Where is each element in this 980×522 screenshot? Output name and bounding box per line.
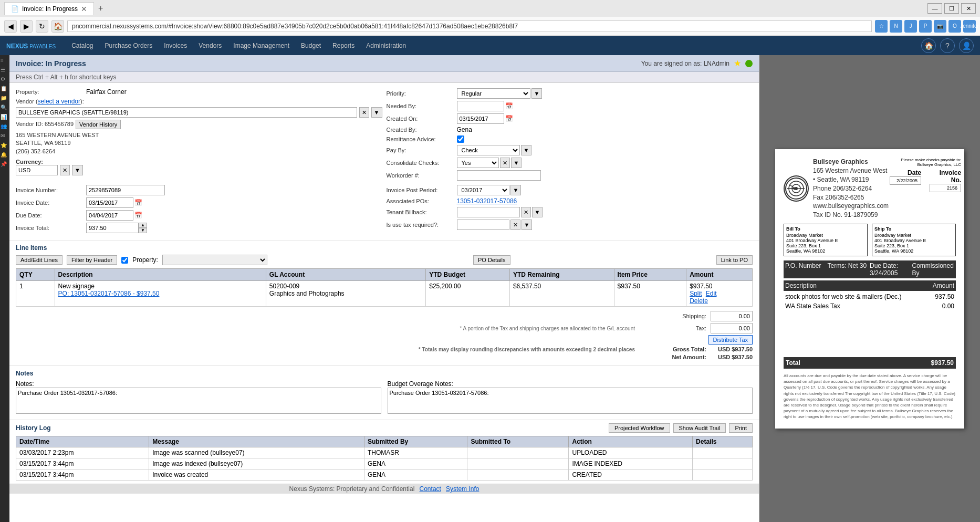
- link-to-po-button[interactable]: Link to PO: [716, 255, 753, 265]
- filter-property-select[interactable]: [162, 255, 267, 265]
- vendor-input[interactable]: [16, 107, 357, 118]
- extension-icon3[interactable]: P: [919, 20, 932, 33]
- vendor-clear-button[interactable]: ✕: [359, 107, 369, 118]
- user-icon[interactable]: 👤: [959, 38, 974, 53]
- post-period-dropdown-btn[interactable]: ▼: [510, 185, 522, 195]
- invoice-date-calendar-icon[interactable]: 📅: [134, 199, 142, 206]
- invoice-date-input[interactable]: [86, 197, 133, 208]
- tenant-billback-clear[interactable]: ✕: [521, 207, 531, 217]
- back-button[interactable]: ◀: [4, 20, 17, 33]
- associated-po-link[interactable]: 13051-032017-57086: [457, 197, 517, 205]
- add-edit-lines-button[interactable]: Add/Edit Lines: [16, 255, 62, 265]
- sidebar-icon-10[interactable]: ⭐: [1, 142, 9, 151]
- sidebar-icon-12[interactable]: 📌: [1, 161, 9, 170]
- sidebar-icon-3[interactable]: ⚙: [1, 76, 9, 85]
- tenant-billback-dropdown[interactable]: ▼: [532, 207, 543, 217]
- distribute-tax-button[interactable]: Distribute Tax: [708, 335, 753, 344]
- remittance-checkbox[interactable]: [457, 135, 464, 143]
- priority-select[interactable]: Regular: [457, 88, 530, 99]
- filter-checkbox[interactable]: [121, 257, 128, 264]
- invoice-total-down[interactable]: ▼: [139, 228, 147, 233]
- post-period-select[interactable]: 03/2017: [457, 185, 509, 195]
- sidebar-icon-5[interactable]: 📁: [1, 95, 9, 103]
- due-date-calendar-icon[interactable]: 📅: [134, 212, 142, 219]
- currency-input[interactable]: [16, 165, 58, 175]
- currency-clear-button[interactable]: ✕: [60, 165, 70, 175]
- sidebar-icon-4[interactable]: 📋: [1, 86, 9, 94]
- split-link[interactable]: Split: [690, 290, 702, 297]
- minimize-button[interactable]: —: [927, 3, 942, 14]
- priority-dropdown-btn[interactable]: ▼: [531, 88, 543, 99]
- created-on-input[interactable]: [457, 113, 504, 124]
- edit-link[interactable]: Edit: [706, 290, 717, 297]
- home-nav-icon[interactable]: 🏠: [921, 38, 936, 53]
- shipping-input[interactable]: [711, 311, 753, 321]
- sidebar-icon-8[interactable]: 👥: [1, 123, 9, 132]
- nav-invoices[interactable]: Invoices: [159, 38, 192, 54]
- nav-image-management[interactable]: Image Management: [228, 38, 295, 54]
- extension-icon2[interactable]: J: [904, 20, 917, 33]
- tenant-billback-input[interactable]: [457, 207, 520, 217]
- home-button[interactable]: 🏠: [51, 20, 64, 33]
- browser-tab[interactable]: 📄 Invoice: In Progress ✕: [4, 2, 94, 15]
- consolidate-select[interactable]: Yes: [457, 158, 499, 168]
- extension-icon1[interactable]: N: [890, 20, 902, 33]
- due-date-input[interactable]: [86, 210, 133, 221]
- sidebar-icon-9[interactable]: ✉: [1, 133, 9, 141]
- restore-button[interactable]: ☐: [944, 3, 959, 14]
- url-input[interactable]: [67, 20, 872, 32]
- invoice-total-input[interactable]: [86, 223, 139, 233]
- po-details-button[interactable]: PO Details: [473, 255, 510, 265]
- favorite-icon[interactable]: ★: [734, 58, 741, 68]
- pay-by-select[interactable]: Check: [457, 145, 520, 155]
- line-po-link[interactable]: PO: 13051-032017-57086 - $937.50: [58, 290, 160, 297]
- use-tax-clear[interactable]: ✕: [510, 220, 520, 230]
- consolidate-clear-btn[interactable]: ✕: [500, 158, 510, 168]
- sidebar-icon-2[interactable]: ☰: [1, 67, 9, 75]
- user-menu[interactable]: Jennifer: [963, 20, 976, 33]
- projected-workflow-button[interactable]: Projected Workflow: [609, 423, 670, 433]
- use-tax-input[interactable]: [457, 220, 509, 230]
- system-info-link[interactable]: System Info: [446, 485, 479, 493]
- bookmark-icon[interactable]: ☆: [875, 20, 888, 33]
- filter-by-header-button[interactable]: Filter by Header: [67, 255, 117, 265]
- tax-input[interactable]: [711, 323, 753, 333]
- nav-reports[interactable]: Reports: [327, 38, 360, 54]
- sidebar-icon-1[interactable]: ≡: [1, 57, 9, 66]
- sidebar-icon-7[interactable]: 📊: [1, 114, 9, 122]
- currency-dropdown-button[interactable]: ▼: [72, 165, 83, 175]
- use-tax-dropdown[interactable]: ▼: [522, 220, 533, 230]
- budget-overage-textarea[interactable]: Purchase Order 13051-032017-57086:: [388, 388, 753, 414]
- vendor-history-button[interactable]: Vendor History: [76, 120, 121, 129]
- needed-by-input[interactable]: [457, 101, 504, 111]
- forward-button[interactable]: ▶: [20, 20, 33, 33]
- nav-administration[interactable]: Administration: [361, 38, 411, 54]
- close-button[interactable]: ✕: [961, 3, 976, 14]
- tab-close-button[interactable]: ✕: [81, 5, 87, 13]
- nav-vendors[interactable]: Vendors: [193, 38, 227, 54]
- needed-by-calendar-icon[interactable]: 📅: [505, 102, 513, 110]
- show-audit-trail-button[interactable]: Show Audit Trail: [673, 423, 726, 433]
- pay-by-dropdown-btn[interactable]: ▼: [521, 145, 532, 155]
- consolidate-dropdown-btn[interactable]: ▼: [511, 158, 522, 168]
- sidebar-icon-11[interactable]: 🔔: [1, 152, 9, 160]
- print-button[interactable]: Print: [729, 423, 753, 433]
- nav-catalog[interactable]: Catalog: [66, 38, 98, 54]
- created-on-calendar-icon[interactable]: 📅: [505, 115, 513, 122]
- extension-icon5[interactable]: O: [948, 20, 961, 33]
- nav-budget[interactable]: Budget: [296, 38, 326, 54]
- nav-purchase-orders[interactable]: Purchase Orders: [100, 38, 158, 54]
- invoice-number-input[interactable]: [86, 185, 165, 195]
- vendor-dropdown-button[interactable]: ▼: [371, 107, 382, 118]
- contact-link[interactable]: Contact: [420, 485, 441, 493]
- sidebar-icon-6[interactable]: 🔍: [1, 105, 9, 113]
- invoice-total-up[interactable]: ▲: [139, 223, 147, 228]
- delete-link[interactable]: Delete: [690, 297, 708, 305]
- select-vendor-link[interactable]: select a vendor: [38, 98, 80, 105]
- help-icon[interactable]: ?: [940, 38, 955, 53]
- refresh-button[interactable]: ↻: [36, 20, 48, 33]
- workorder-input[interactable]: [457, 170, 541, 181]
- new-tab-button[interactable]: +: [98, 4, 103, 13]
- notes-textarea[interactable]: Purchase Order 13051-032017-57086:: [16, 388, 381, 414]
- extension-icon4[interactable]: 📷: [934, 20, 946, 33]
